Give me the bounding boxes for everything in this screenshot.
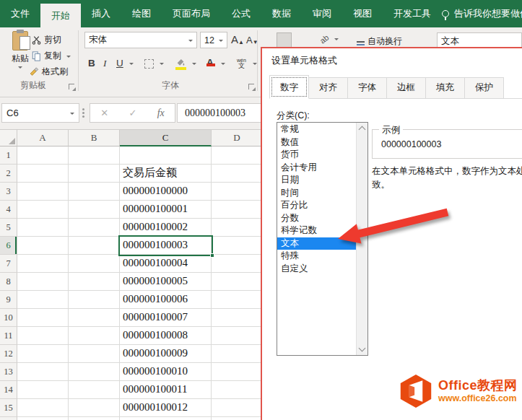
row-header[interactable]: 5 <box>0 219 17 237</box>
cell-col-b[interactable] <box>69 273 120 291</box>
category-item[interactable]: 时间 <box>277 187 356 200</box>
cell-col-d[interactable] <box>212 165 263 183</box>
cell-col-a[interactable] <box>17 146 69 165</box>
cell-col-a[interactable] <box>17 255 69 273</box>
select-all-corner[interactable] <box>0 130 17 146</box>
active-cell-border[interactable] <box>118 235 213 256</box>
cell-col-c[interactable]: 000000100007 <box>120 309 212 327</box>
cell-col-d[interactable] <box>212 146 263 165</box>
cell-col-b[interactable] <box>69 345 120 363</box>
category-item[interactable]: 会计专用 <box>277 162 356 175</box>
cancel-icon[interactable]: ✕ <box>100 108 108 118</box>
dialog-tab[interactable]: 字体 <box>347 77 387 98</box>
cell-col-c[interactable]: 000000100006 <box>120 291 212 309</box>
cell-col-b[interactable] <box>69 219 120 237</box>
cell-col-d[interactable] <box>212 201 263 219</box>
insert-function-icon[interactable]: fx <box>157 108 165 119</box>
cell-col-a[interactable] <box>17 291 69 309</box>
row-header[interactable]: 6 <box>0 237 17 255</box>
font-name-combo[interactable]: 宋体 <box>84 32 197 48</box>
cell-col-a[interactable] <box>17 201 69 219</box>
name-box[interactable]: C6 <box>1 103 79 123</box>
dialog-tab[interactable]: 填充 <box>425 77 465 98</box>
cell-col-a[interactable] <box>17 363 69 381</box>
cell-col-d[interactable] <box>212 219 263 237</box>
cell-col-a[interactable] <box>17 219 69 237</box>
cell-col-b[interactable] <box>69 309 120 327</box>
cell-col-b[interactable] <box>69 237 120 255</box>
cell-col-b[interactable] <box>69 363 120 381</box>
paste-dropdown-arrow[interactable] <box>18 66 22 71</box>
cell-col-c[interactable]: 000000100002 <box>120 219 212 237</box>
cell-col-d[interactable] <box>212 399 263 417</box>
align-bottom-button[interactable] <box>293 33 307 47</box>
cell-col-c[interactable]: 000000100009 <box>120 345 212 363</box>
cell-col-c[interactable]: 交易后金额 <box>120 165 212 183</box>
wrap-text-button[interactable]: 自动换行 <box>357 35 402 48</box>
font-color-button[interactable]: A <box>206 57 215 68</box>
cell-col-d[interactable] <box>212 345 263 363</box>
cell-col-b[interactable] <box>69 291 120 309</box>
align-middle-button[interactable] <box>277 33 291 47</box>
cell-col-c[interactable]: 000000100010 <box>120 363 212 381</box>
dialog-tab[interactable]: 对齐 <box>308 77 348 98</box>
underline-button[interactable]: U <box>116 58 123 69</box>
column-header-d[interactable]: D <box>212 130 263 146</box>
row-header[interactable]: 10 <box>0 309 17 327</box>
row-header[interactable]: 2 <box>0 165 17 183</box>
column-header-b[interactable]: B <box>69 130 120 146</box>
column-header-c[interactable]: C <box>120 130 212 146</box>
cell-col-c[interactable]: 000000100008 <box>120 327 212 345</box>
cell-col-c[interactable]: 000000100012 <box>120 399 212 417</box>
ribbon-tab[interactable]: 文件 <box>0 0 40 27</box>
cell-col-d[interactable] <box>212 327 263 345</box>
cell-col-b[interactable] <box>69 165 120 183</box>
underline-dropdown-arrow[interactable] <box>129 63 134 67</box>
row-header[interactable]: 12 <box>0 345 17 363</box>
font-size-combo[interactable]: 12 <box>200 32 227 48</box>
column-header-a[interactable]: A <box>17 130 69 146</box>
ribbon-tab[interactable]: 数据 <box>261 0 302 27</box>
ribbon-tab[interactable]: 插入 <box>81 0 121 27</box>
cell-col-d[interactable] <box>212 417 263 420</box>
tell-me-box[interactable]: 告诉我你想要做什么 <box>442 0 522 27</box>
cell-col-c[interactable]: 000000100000 <box>120 183 212 201</box>
row-header[interactable]: 1 <box>0 146 17 165</box>
row-header[interactable]: 9 <box>0 291 17 309</box>
font-size-dropdown-arrow[interactable] <box>219 40 223 44</box>
cell-col-b[interactable] <box>69 183 120 201</box>
ribbon-tab[interactable]: 页面布局 <box>162 0 221 27</box>
ribbon-tab[interactable]: 开始 <box>40 4 81 27</box>
cell-col-b[interactable] <box>69 327 120 345</box>
ribbon-tab[interactable]: 审阅 <box>302 0 342 27</box>
cell-col-a[interactable] <box>17 345 69 363</box>
enter-icon[interactable]: ✓ <box>129 108 136 118</box>
row-header[interactable]: 13 <box>0 363 17 381</box>
cell-col-c[interactable]: 000000100011 <box>120 381 212 399</box>
scroll-up-icon[interactable] <box>359 126 366 134</box>
row-header[interactable]: 11 <box>0 327 17 345</box>
cell-col-a[interactable] <box>17 399 69 417</box>
cell-col-a[interactable] <box>17 273 69 291</box>
borders-button[interactable] <box>144 59 154 69</box>
cell-col-a[interactable] <box>17 417 69 420</box>
font-name-dropdown-arrow[interactable] <box>188 40 193 44</box>
row-header[interactable]: 4 <box>0 201 17 219</box>
cell-col-a[interactable] <box>17 237 69 255</box>
category-item[interactable]: 数值 <box>277 136 356 149</box>
scroll-down-icon[interactable] <box>359 345 366 352</box>
fill-handle[interactable] <box>210 253 214 258</box>
cell-col-a[interactable] <box>17 309 69 327</box>
category-item[interactable]: 货币 <box>277 149 356 162</box>
row-header[interactable]: 3 <box>0 183 17 201</box>
cell-col-b[interactable] <box>69 201 120 219</box>
phonetic-guide-button[interactable]: wén 文 <box>237 58 246 69</box>
cell-col-b[interactable] <box>69 399 120 417</box>
cell-col-b[interactable] <box>69 417 120 420</box>
orientation-dropdown-arrow[interactable] <box>334 38 339 43</box>
cell-col-c[interactable] <box>120 146 212 165</box>
fill-color-dropdown-arrow[interactable] <box>192 63 196 67</box>
row-header[interactable]: 8 <box>0 273 17 291</box>
cell-col-d[interactable] <box>212 273 263 291</box>
cell-col-d[interactable] <box>212 237 263 255</box>
